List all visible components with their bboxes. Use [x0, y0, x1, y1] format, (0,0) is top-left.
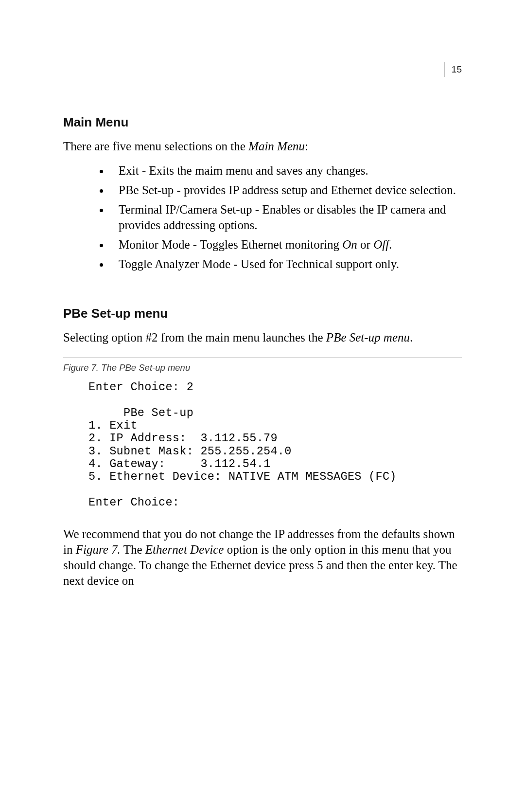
list-item: Terminal IP/Camera Set-up - Enables or d… — [110, 202, 462, 233]
page-number: 15 — [452, 64, 462, 75]
list-item: Monitor Mode - Toggles Ethernet monitori… — [110, 237, 462, 253]
closing-em1: Figure 7. — [76, 543, 121, 556]
intro2-post: . — [410, 331, 413, 344]
list-item: PBe Set-up - provides IP address setup a… — [110, 182, 462, 198]
figure-caption: Figure 7. The PBe Set-up menu — [63, 362, 462, 373]
list-item: Toggle Analyzer Mode - Used for Technica… — [110, 256, 462, 272]
page-number-rule — [444, 62, 445, 77]
page-number-container: 15 — [444, 62, 462, 77]
list-text-pre: Monitor Mode - Toggles Ethernet monitori… — [119, 238, 342, 251]
body-content: Main Menu There are five menu selections… — [63, 115, 462, 589]
list-text: Toggle Analyzer Mode - Used for Technica… — [119, 257, 399, 271]
heading-main-menu: Main Menu — [63, 115, 462, 130]
list-text: Terminal IP/Camera Set-up - Enables or d… — [119, 203, 446, 232]
closing-b: The — [121, 543, 145, 556]
page: 15 Main Menu There are five menu selecti… — [0, 0, 525, 812]
intro-text-pre: There are five menu selections on the — [63, 140, 248, 153]
intro-pbe-setup: Selecting option #2 from the main menu l… — [63, 330, 462, 345]
terminal-output: Enter Choice: 2 PBe Set-up 1. Exit 2. IP… — [88, 381, 462, 509]
list-text: PBe Set-up - provides IP address setup a… — [119, 183, 456, 197]
heading-pbe-setup: PBe Set-up menu — [63, 306, 462, 321]
main-menu-list: Exit - Exits the maim menu and saves any… — [63, 163, 462, 272]
intro-main-menu: There are five menu selections on the Ma… — [63, 139, 462, 154]
intro-text-post: : — [305, 140, 308, 153]
list-text-em2: Off — [373, 238, 389, 251]
list-text-mid: or — [357, 238, 373, 251]
list-item: Exit - Exits the maim menu and saves any… — [110, 163, 462, 179]
closing-em2: Ethernet Device — [145, 543, 224, 556]
closing-paragraph: We recommend that you do not change the … — [63, 526, 462, 589]
intro2-pre: Selecting option #2 from the main menu l… — [63, 331, 326, 344]
intro-text-em: Main Menu — [248, 140, 305, 153]
figure-rule — [63, 357, 462, 358]
list-text-post: . — [389, 238, 392, 251]
intro2-em: PBe Set-up menu — [326, 331, 410, 344]
list-text: Exit - Exits the maim menu and saves any… — [119, 164, 368, 177]
list-text-em1: On — [342, 238, 357, 251]
